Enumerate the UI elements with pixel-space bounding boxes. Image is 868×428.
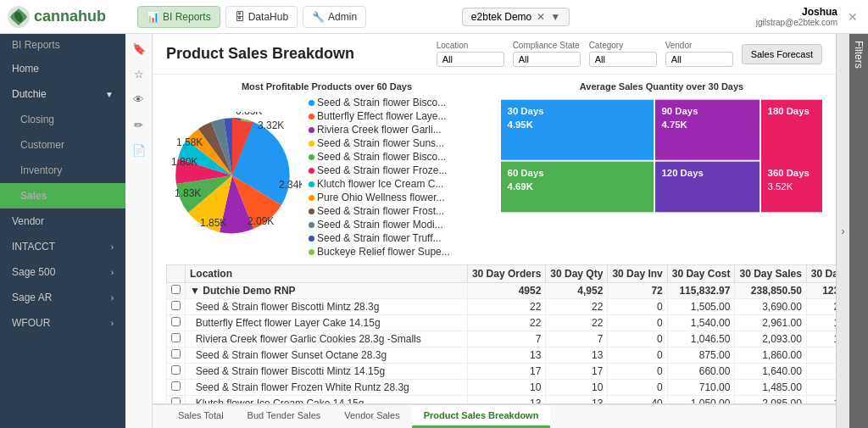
row-qty30: 10 bbox=[546, 380, 608, 396]
tab-bud-tender-sales[interactable]: Bud Tender Sales bbox=[236, 405, 333, 428]
row-profit30: 1,046.50 bbox=[806, 331, 836, 347]
sidebar: BI Reports Home Dutchie ▼ Closing Custom… bbox=[0, 34, 125, 428]
th-30day-cost[interactable]: 30 Day Cost bbox=[667, 265, 735, 283]
filters-side-panel[interactable]: Filters bbox=[849, 34, 868, 428]
legend-item-3: Riviera Creek flower Garli... bbox=[309, 124, 450, 136]
vendor-filter: Vendor All bbox=[665, 41, 733, 67]
sidebar-item-sage500[interactable]: Sage 500 › bbox=[0, 259, 125, 285]
row-inv30: 0 bbox=[608, 347, 667, 364]
row-checkbox[interactable] bbox=[171, 365, 181, 375]
legend-item-10: Seed & Strain flower Modi... bbox=[309, 219, 450, 231]
th-30day-sales[interactable]: 30 Day Sales bbox=[735, 265, 806, 283]
pie-chart-svg: 3.32K 2.34K 2.09K 1.85K 1.83K 1.80K 1.58… bbox=[166, 112, 302, 243]
legend-item-9: Seed & Strain flower Frost... bbox=[309, 205, 450, 217]
row-cost30: 115,832.97 bbox=[667, 283, 735, 299]
star-icon[interactable]: ☆ bbox=[130, 64, 148, 83]
row-checkbox[interactable] bbox=[171, 317, 181, 326]
sidebar-item-inventory[interactable]: Inventory bbox=[0, 158, 125, 183]
row-sales30: 2,085.00 bbox=[735, 396, 806, 404]
admin-nav-btn[interactable]: 🔧 Admin bbox=[303, 6, 366, 28]
row-checkbox[interactable] bbox=[171, 333, 181, 342]
charts-section: Most Profitable Products over 60 Days bbox=[153, 75, 836, 264]
bookmark-icon[interactable]: 🔖 bbox=[130, 39, 148, 58]
sidebar-item-sales[interactable]: Sales bbox=[0, 183, 125, 208]
compliance-select[interactable]: All bbox=[513, 52, 581, 67]
row-checkbox[interactable] bbox=[171, 349, 181, 359]
th-location[interactable]: Location bbox=[186, 265, 468, 283]
row-location: Seed & Strain flower Frozen White Runtz … bbox=[186, 380, 468, 396]
datahub-nav-btn[interactable]: 🗄 DataHub bbox=[225, 6, 298, 28]
row-orders30: 4952 bbox=[467, 283, 545, 299]
sidebar-item-wfour[interactable]: WFOUR › bbox=[0, 310, 125, 336]
th-30day-qty[interactable]: 30 Day Qty bbox=[546, 265, 608, 283]
row-cost30: 1,540.00 bbox=[667, 315, 735, 331]
main-layout: BI Reports Home Dutchie ▼ Closing Custom… bbox=[0, 34, 868, 428]
category-label: Category bbox=[589, 41, 657, 50]
row-inv30: 0 bbox=[608, 299, 667, 315]
row-checkbox-cell bbox=[167, 331, 186, 347]
tab-close-icon[interactable]: ✕ bbox=[537, 11, 545, 23]
intacct-chevron-icon: › bbox=[111, 242, 114, 252]
table-row: Butterfly Effect flower Layer Cake 14.15… bbox=[167, 315, 837, 331]
sidebar-item-vendor[interactable]: Vendor bbox=[0, 208, 125, 234]
row-sales30: 3,690.00 bbox=[735, 299, 806, 315]
row-orders30: 13 bbox=[467, 396, 545, 404]
user-name: Joshua bbox=[756, 6, 837, 18]
filters-row: Location All Compliance State All bbox=[437, 41, 822, 67]
legend-item-11: Seed & Strain flower Truff... bbox=[309, 232, 450, 244]
collapse-panel-arrow[interactable]: › bbox=[836, 34, 849, 428]
svg-text:120 Days: 120 Days bbox=[662, 168, 704, 178]
row-inv30: 0 bbox=[608, 315, 667, 331]
row-orders30: 22 bbox=[467, 299, 545, 315]
row-sales30: 1,640.00 bbox=[735, 364, 806, 380]
row-checkbox[interactable] bbox=[171, 381, 181, 391]
sidebar-item-customer[interactable]: Customer bbox=[0, 132, 125, 158]
eye-icon[interactable]: 👁 bbox=[130, 90, 148, 108]
location-filter: Location All bbox=[437, 41, 504, 67]
th-30day-orders[interactable]: 30 Day Orders bbox=[467, 265, 545, 283]
sidebar-item-dutchie[interactable]: Dutchie ▼ bbox=[0, 81, 125, 107]
data-table: Location 30 Day Orders 30 Day Qty 30 Day… bbox=[166, 264, 836, 403]
category-filter: Category All bbox=[589, 41, 657, 67]
th-30day-profit[interactable]: 30 Day Profit bbox=[806, 265, 836, 283]
svg-text:4.75K: 4.75K bbox=[662, 120, 688, 130]
table-row: Seed & Strain flower Biscotti Mintz 28.3… bbox=[167, 299, 837, 315]
th-30day-inv[interactable]: 30 Day Inv bbox=[608, 265, 667, 283]
user-info: Joshua jgilstrap@e2btek.com bbox=[756, 6, 837, 27]
tab-vendor-sales[interactable]: Vendor Sales bbox=[332, 405, 411, 428]
row-inv30: 72 bbox=[608, 283, 667, 299]
table-row: Klutch flower Ice Cream Cake 14.15g 13 1… bbox=[167, 396, 837, 404]
sidebar-item-closing[interactable]: Closing bbox=[0, 107, 125, 132]
tab-arrow-icon[interactable]: ▼ bbox=[550, 11, 560, 23]
bi-reports-nav-btn[interactable]: 📊 BI Reports bbox=[137, 6, 220, 28]
row-location: Klutch flower Ice Cream Cake 14.15g bbox=[186, 396, 468, 404]
tab-sales-total[interactable]: Sales Total bbox=[166, 405, 236, 428]
row-qty30: 22 bbox=[546, 315, 608, 331]
vendor-select[interactable]: All bbox=[665, 52, 733, 67]
file-icon[interactable]: 📄 bbox=[130, 141, 148, 159]
tab-product-sales-breakdown[interactable]: Product Sales Breakdown bbox=[412, 405, 551, 428]
edit-icon[interactable]: ✏ bbox=[130, 115, 148, 134]
sidebar-item-home[interactable]: Home bbox=[0, 56, 125, 81]
row-location: Butterfly Effect flower Layer Cake 14.15… bbox=[186, 315, 468, 331]
sagear-chevron-icon: › bbox=[111, 293, 114, 303]
row-orders30: 17 bbox=[467, 364, 545, 380]
bi-reports-icon: 📊 bbox=[147, 11, 159, 23]
location-select[interactable]: All bbox=[437, 52, 504, 67]
category-select[interactable]: All bbox=[589, 52, 657, 67]
row-checkbox[interactable] bbox=[171, 301, 181, 310]
sidebar-item-bi-reports[interactable]: BI Reports bbox=[0, 34, 125, 56]
svg-text:3.52K: 3.52K bbox=[768, 181, 793, 192]
row-checkbox[interactable] bbox=[171, 285, 181, 294]
topbar-close-btn[interactable]: ✕ bbox=[844, 10, 861, 24]
row-sales30: 1,485.00 bbox=[735, 380, 806, 396]
row-checkbox-cell bbox=[167, 396, 186, 404]
bottom-tabs: Sales Total Bud Tender Sales Vendor Sale… bbox=[153, 403, 836, 428]
sales-forecast-button[interactable]: Sales Forecast bbox=[742, 44, 822, 64]
sidebar-item-intacct[interactable]: INTACCT › bbox=[0, 234, 125, 259]
sidebar-item-sagear[interactable]: Sage AR › bbox=[0, 285, 125, 310]
row-checkbox[interactable] bbox=[171, 397, 181, 403]
legend-item-1: Seed & Strain flower Bisco... bbox=[309, 97, 450, 108]
logo-text: cannahub bbox=[34, 8, 106, 25]
row-profit30: 123,017.54 bbox=[806, 283, 836, 299]
